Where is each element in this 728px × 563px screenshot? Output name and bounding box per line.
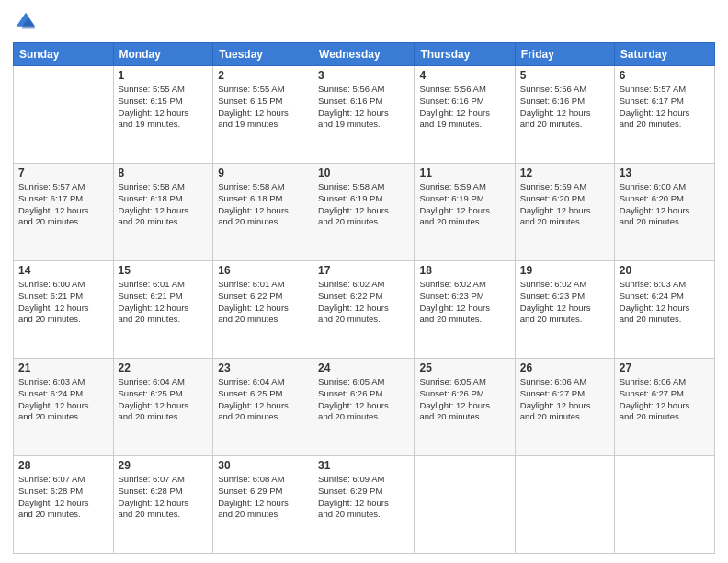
calendar-cell: 28Sunrise: 6:07 AM Sunset: 6:28 PM Dayli…: [14, 456, 114, 554]
day-info: Sunrise: 5:56 AM Sunset: 6:16 PM Dayligh…: [520, 84, 609, 131]
calendar-cell: 21Sunrise: 6:03 AM Sunset: 6:24 PM Dayli…: [14, 359, 114, 456]
day-info: Sunrise: 6:03 AM Sunset: 6:24 PM Dayligh…: [620, 279, 710, 326]
day-number: 20: [620, 264, 710, 277]
day-info: Sunrise: 6:02 AM Sunset: 6:23 PM Dayligh…: [520, 279, 609, 326]
day-number: 28: [18, 459, 108, 472]
day-number: 26: [520, 362, 609, 374]
day-number: 25: [419, 362, 509, 374]
calendar-cell: 29Sunrise: 6:07 AM Sunset: 6:28 PM Dayli…: [113, 456, 213, 554]
day-number: 15: [119, 264, 209, 277]
day-info: Sunrise: 6:00 AM Sunset: 6:21 PM Dayligh…: [18, 279, 108, 326]
day-info: Sunrise: 5:59 AM Sunset: 6:19 PM Dayligh…: [419, 181, 509, 228]
calendar-cell: 30Sunrise: 6:08 AM Sunset: 6:29 PM Dayli…: [213, 456, 313, 554]
calendar-cell: 2Sunrise: 5:55 AM Sunset: 6:15 PM Daylig…: [213, 66, 313, 164]
calendar-week-row: 21Sunrise: 6:03 AM Sunset: 6:24 PM Dayli…: [14, 359, 715, 456]
day-number: 7: [18, 167, 108, 179]
day-info: Sunrise: 5:56 AM Sunset: 6:16 PM Dayligh…: [318, 84, 409, 131]
weekday-header-friday: Friday: [515, 43, 614, 66]
calendar-cell: [415, 456, 515, 554]
day-number: 24: [318, 362, 409, 374]
day-number: 1: [119, 69, 209, 82]
day-info: Sunrise: 5:58 AM Sunset: 6:19 PM Dayligh…: [318, 181, 409, 228]
calendar-cell: 17Sunrise: 6:02 AM Sunset: 6:22 PM Dayli…: [313, 261, 415, 359]
weekday-header-row: SundayMondayTuesdayWednesdayThursdayFrid…: [14, 43, 715, 66]
day-info: Sunrise: 5:55 AM Sunset: 6:15 PM Dayligh…: [119, 84, 209, 131]
day-number: 13: [620, 167, 710, 179]
day-info: Sunrise: 6:00 AM Sunset: 6:20 PM Dayligh…: [620, 181, 710, 228]
day-info: Sunrise: 5:58 AM Sunset: 6:18 PM Dayligh…: [119, 181, 209, 228]
day-number: 17: [318, 264, 409, 277]
day-number: 16: [218, 264, 308, 277]
day-info: Sunrise: 6:03 AM Sunset: 6:24 PM Dayligh…: [18, 376, 108, 423]
day-number: 5: [520, 69, 609, 82]
calendar-cell: 18Sunrise: 6:02 AM Sunset: 6:23 PM Dayli…: [415, 261, 515, 359]
day-info: Sunrise: 5:56 AM Sunset: 6:16 PM Dayligh…: [419, 84, 509, 131]
calendar-table: SundayMondayTuesdayWednesdayThursdayFrid…: [13, 42, 715, 554]
logo-icon: [13, 9, 39, 35]
day-number: 31: [318, 459, 409, 472]
day-info: Sunrise: 6:06 AM Sunset: 6:27 PM Dayligh…: [620, 376, 710, 423]
calendar-cell: 5Sunrise: 5:56 AM Sunset: 6:16 PM Daylig…: [515, 66, 614, 164]
calendar-cell: 6Sunrise: 5:57 AM Sunset: 6:17 PM Daylig…: [614, 66, 714, 164]
calendar-cell: 9Sunrise: 5:58 AM Sunset: 6:18 PM Daylig…: [213, 164, 313, 261]
calendar-cell: 24Sunrise: 6:05 AM Sunset: 6:26 PM Dayli…: [313, 359, 415, 456]
calendar-cell: 20Sunrise: 6:03 AM Sunset: 6:24 PM Dayli…: [614, 261, 714, 359]
day-info: Sunrise: 6:02 AM Sunset: 6:23 PM Dayligh…: [419, 279, 509, 326]
calendar-cell: 3Sunrise: 5:56 AM Sunset: 6:16 PM Daylig…: [313, 66, 415, 164]
day-number: 3: [318, 69, 409, 82]
calendar-cell: 8Sunrise: 5:58 AM Sunset: 6:18 PM Daylig…: [113, 164, 213, 261]
day-number: 6: [620, 69, 710, 82]
weekday-header-sunday: Sunday: [14, 43, 114, 66]
day-info: Sunrise: 6:05 AM Sunset: 6:26 PM Dayligh…: [318, 376, 409, 423]
day-number: 4: [419, 69, 509, 82]
calendar-cell: 23Sunrise: 6:04 AM Sunset: 6:25 PM Dayli…: [213, 359, 313, 456]
calendar-cell: 31Sunrise: 6:09 AM Sunset: 6:29 PM Dayli…: [313, 456, 415, 554]
calendar-cell: 14Sunrise: 6:00 AM Sunset: 6:21 PM Dayli…: [14, 261, 114, 359]
day-number: 23: [218, 362, 308, 374]
day-number: 10: [318, 167, 409, 179]
calendar-week-row: 28Sunrise: 6:07 AM Sunset: 6:28 PM Dayli…: [14, 456, 715, 554]
calendar-cell: [515, 456, 614, 554]
day-number: 9: [218, 167, 308, 179]
day-number: 2: [218, 69, 308, 82]
calendar-cell: 22Sunrise: 6:04 AM Sunset: 6:25 PM Dayli…: [113, 359, 213, 456]
day-number: 27: [620, 362, 710, 374]
day-number: 8: [119, 167, 209, 179]
calendar-cell: 10Sunrise: 5:58 AM Sunset: 6:19 PM Dayli…: [313, 164, 415, 261]
day-number: 14: [18, 264, 108, 277]
day-info: Sunrise: 6:02 AM Sunset: 6:22 PM Dayligh…: [318, 279, 409, 326]
day-info: Sunrise: 5:57 AM Sunset: 6:17 PM Dayligh…: [18, 181, 108, 228]
day-number: 21: [18, 362, 108, 374]
day-info: Sunrise: 5:57 AM Sunset: 6:17 PM Dayligh…: [620, 84, 710, 131]
day-info: Sunrise: 6:08 AM Sunset: 6:29 PM Dayligh…: [218, 474, 308, 521]
day-info: Sunrise: 6:04 AM Sunset: 6:25 PM Dayligh…: [119, 376, 209, 423]
weekday-header-monday: Monday: [113, 43, 213, 66]
day-number: 12: [520, 167, 609, 179]
calendar-cell: 25Sunrise: 6:05 AM Sunset: 6:26 PM Dayli…: [415, 359, 515, 456]
calendar-cell: 13Sunrise: 6:00 AM Sunset: 6:20 PM Dayli…: [614, 164, 714, 261]
calendar-cell: 19Sunrise: 6:02 AM Sunset: 6:23 PM Dayli…: [515, 261, 614, 359]
day-info: Sunrise: 6:01 AM Sunset: 6:22 PM Dayligh…: [218, 279, 308, 326]
weekday-header-tuesday: Tuesday: [213, 43, 313, 66]
weekday-header-wednesday: Wednesday: [313, 43, 415, 66]
day-info: Sunrise: 6:07 AM Sunset: 6:28 PM Dayligh…: [119, 474, 209, 521]
day-number: 22: [119, 362, 209, 374]
day-info: Sunrise: 6:09 AM Sunset: 6:29 PM Dayligh…: [318, 474, 409, 521]
calendar-cell: [614, 456, 714, 554]
day-info: Sunrise: 6:04 AM Sunset: 6:25 PM Dayligh…: [218, 376, 308, 423]
calendar-week-row: 7Sunrise: 5:57 AM Sunset: 6:17 PM Daylig…: [14, 164, 715, 261]
calendar-week-row: 1Sunrise: 5:55 AM Sunset: 6:15 PM Daylig…: [14, 66, 715, 164]
calendar-week-row: 14Sunrise: 6:00 AM Sunset: 6:21 PM Dayli…: [14, 261, 715, 359]
day-info: Sunrise: 6:05 AM Sunset: 6:26 PM Dayligh…: [419, 376, 509, 423]
header: [13, 9, 715, 35]
calendar-cell: 15Sunrise: 6:01 AM Sunset: 6:21 PM Dayli…: [113, 261, 213, 359]
day-info: Sunrise: 5:58 AM Sunset: 6:18 PM Dayligh…: [218, 181, 308, 228]
day-number: 29: [119, 459, 209, 472]
day-info: Sunrise: 5:55 AM Sunset: 6:15 PM Dayligh…: [218, 84, 308, 131]
calendar-cell: 27Sunrise: 6:06 AM Sunset: 6:27 PM Dayli…: [614, 359, 714, 456]
day-number: 19: [520, 264, 609, 277]
day-info: Sunrise: 6:01 AM Sunset: 6:21 PM Dayligh…: [119, 279, 209, 326]
day-info: Sunrise: 6:06 AM Sunset: 6:27 PM Dayligh…: [520, 376, 609, 423]
day-number: 11: [419, 167, 509, 179]
weekday-header-saturday: Saturday: [614, 43, 714, 66]
